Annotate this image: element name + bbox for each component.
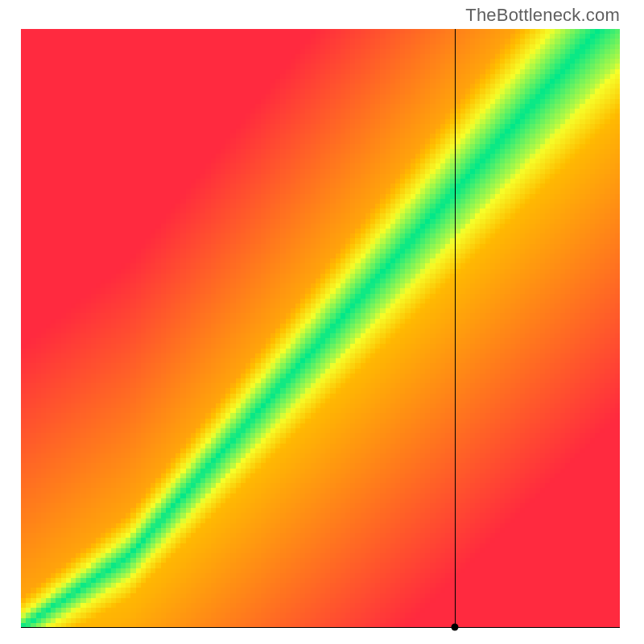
bottleneck-heatmap	[21, 29, 620, 628]
crosshair-horizontal	[21, 627, 620, 628]
chart-container: TheBottleneck.com	[0, 0, 644, 644]
marker-dot	[452, 623, 459, 630]
crosshair-vertical	[455, 29, 456, 628]
watermark-text: TheBottleneck.com	[465, 5, 620, 26]
